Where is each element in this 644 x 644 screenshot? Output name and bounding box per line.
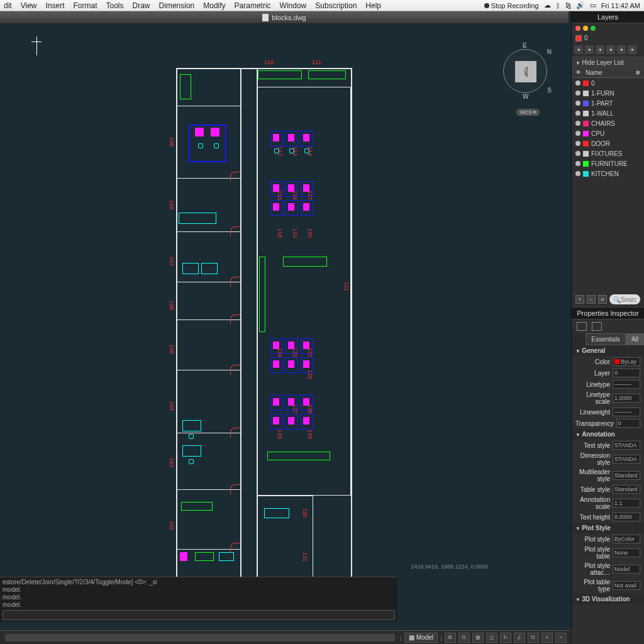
menu-item[interactable]: Modify — [203, 1, 225, 10]
layer-visibility-icon[interactable] — [575, 121, 580, 126]
compass-w[interactable]: W — [523, 93, 528, 100]
property-value[interactable]: STANDA — [613, 441, 640, 450]
layer-visibility-icon[interactable] — [575, 141, 580, 146]
property-value[interactable]: STANDA — [613, 455, 640, 464]
property-value[interactable]: 0 — [616, 419, 640, 428]
layer-visibility-icon[interactable] — [575, 80, 580, 86]
group-annotation[interactable]: Annotation — [572, 429, 644, 440]
property-value[interactable]: 0 — [613, 369, 640, 377]
command-input[interactable] — [3, 610, 395, 620]
grid-view-icon[interactable] — [592, 322, 602, 331]
tab-all[interactable]: All — [626, 333, 644, 345]
compass-e[interactable]: E — [523, 42, 527, 49]
layer-color-swatch[interactable] — [583, 131, 589, 136]
menu-item[interactable]: Tools — [106, 1, 124, 10]
property-value[interactable]: None — [613, 548, 640, 557]
layer-color-swatch[interactable] — [583, 91, 589, 96]
layer-row[interactable]: FURNITURE — [572, 158, 644, 169]
layer-visibility-icon[interactable] — [575, 131, 580, 136]
wcs-indicator[interactable]: WCS ▾ — [516, 109, 540, 116]
command-line-panel[interactable]: estore/Delete/Join/Single/?/2/3/4/Toggle… — [0, 577, 397, 621]
layer-tool-icon[interactable]: ✦ — [585, 45, 594, 54]
layer-color-swatch[interactable] — [583, 161, 589, 167]
property-value[interactable]: Standard — [613, 485, 640, 494]
remove-button[interactable]: − — [587, 295, 596, 304]
menu-item[interactable]: Draw — [133, 1, 150, 10]
status-toggle[interactable]: ∠ — [514, 633, 525, 643]
property-value[interactable]: 1.0000 — [613, 394, 640, 402]
menu-item[interactable]: Subscription — [315, 1, 357, 10]
property-value[interactable]: 1:1 — [613, 499, 640, 508]
panel-window-controls[interactable] — [572, 23, 644, 33]
layer-row[interactable]: KITCHEN — [572, 169, 644, 179]
layer-visibility-icon[interactable] — [575, 171, 580, 176]
layer-tool-icon[interactable]: ✦ — [596, 45, 604, 54]
property-value[interactable]: ByLay — [613, 357, 640, 366]
hide-layer-list-toggle[interactable]: Hide Layer List — [572, 57, 644, 68]
layer-row[interactable]: CHAIRS — [572, 118, 644, 128]
layer-visibility-icon[interactable] — [575, 151, 580, 156]
layer-visibility-icon[interactable] — [575, 111, 580, 116]
property-value[interactable]: ——— — [613, 408, 640, 416]
menu-item[interactable]: View — [21, 1, 37, 10]
group-3d-visualization[interactable]: 3D Visualization — [572, 594, 644, 604]
layer-row[interactable]: 1-WALL — [572, 108, 644, 118]
property-value[interactable]: ByColor — [613, 535, 640, 543]
menu-item[interactable]: Format — [74, 1, 97, 10]
layer-tool-icon[interactable]: ✦ — [628, 45, 636, 54]
group-general[interactable]: General — [572, 345, 644, 356]
status-toggle[interactable]: ◫ — [486, 633, 497, 643]
status-toggle[interactable]: + — [555, 633, 567, 643]
layer-visibility-icon[interactable] — [575, 101, 580, 106]
layer-tool-icon[interactable]: ✦ — [606, 45, 615, 54]
property-value[interactable]: Not avail — [613, 581, 640, 590]
layer-tool-icon[interactable]: ✦ — [574, 45, 583, 54]
layer-color-swatch[interactable] — [583, 171, 589, 177]
horizontal-scrollbar[interactable] — [5, 634, 395, 641]
layer-tool-icon[interactable]: ✦ — [617, 45, 626, 54]
properties-search[interactable]: 🔍 — [609, 294, 640, 304]
list-view-icon[interactable] — [577, 322, 587, 331]
layer-row[interactable]: FIXTURES — [572, 148, 644, 158]
status-toggle[interactable]: ↻ — [500, 633, 511, 643]
search-input[interactable] — [621, 296, 636, 303]
compass-n[interactable]: N — [547, 48, 552, 55]
status-toggle[interactable]: ≡ — [541, 633, 553, 643]
menu-button[interactable]: ≡ — [598, 295, 607, 304]
viewcube-top[interactable]: TOP — [515, 61, 536, 82]
layer-visibility-icon[interactable] — [575, 91, 580, 96]
property-value[interactable]: Standard — [613, 471, 640, 480]
property-value[interactable]: ——— — [613, 380, 640, 389]
status-toggle[interactable]: ⊞ — [445, 633, 456, 643]
layer-visibility-icon[interactable] — [575, 161, 580, 166]
status-toggle[interactable]: ⊟ — [458, 633, 470, 643]
status-toggle[interactable]: ▦ — [472, 633, 484, 643]
current-layer-indicator[interactable]: 0 — [572, 33, 644, 43]
layer-row[interactable]: 1-FURN — [572, 88, 644, 98]
layer-color-swatch[interactable] — [583, 141, 589, 147]
stop-recording-indicator[interactable]: Stop Recording — [484, 2, 539, 9]
layer-row[interactable]: DOOR — [572, 138, 644, 148]
layer-color-swatch[interactable] — [583, 101, 589, 106]
status-toggle[interactable]: ⊡ — [528, 633, 539, 643]
name-column-header[interactable]: Name — [586, 69, 635, 76]
layer-color-swatch[interactable] — [583, 151, 589, 157]
drawing-canvas[interactable]: TOP N S E W WCS ▾ 110 111 109 108 107 10… — [0, 24, 566, 585]
add-button[interactable]: + — [575, 295, 584, 304]
compass-s[interactable]: S — [547, 87, 552, 94]
menu-item[interactable]: Insert — [45, 1, 64, 10]
layer-color-swatch[interactable] — [583, 121, 589, 126]
group-plot[interactable]: Plot Style — [572, 523, 644, 533]
model-tab-button[interactable]: Model — [404, 633, 438, 643]
layer-color-swatch[interactable] — [583, 80, 589, 86]
property-value[interactable]: Model — [613, 565, 640, 574]
layer-row[interactable]: 1-PART — [572, 98, 644, 108]
menu-item[interactable]: Dimension — [159, 1, 195, 10]
menu-item[interactable]: Help — [365, 1, 381, 10]
menu-item[interactable]: Parametric — [235, 1, 271, 10]
property-value[interactable]: 8.0000 — [613, 513, 640, 521]
layer-color-swatch[interactable] — [583, 111, 589, 116]
layer-row[interactable]: 0 — [572, 78, 644, 88]
menu-item[interactable]: Window — [280, 1, 307, 10]
viewcube[interactable]: TOP N S E W — [503, 49, 547, 93]
